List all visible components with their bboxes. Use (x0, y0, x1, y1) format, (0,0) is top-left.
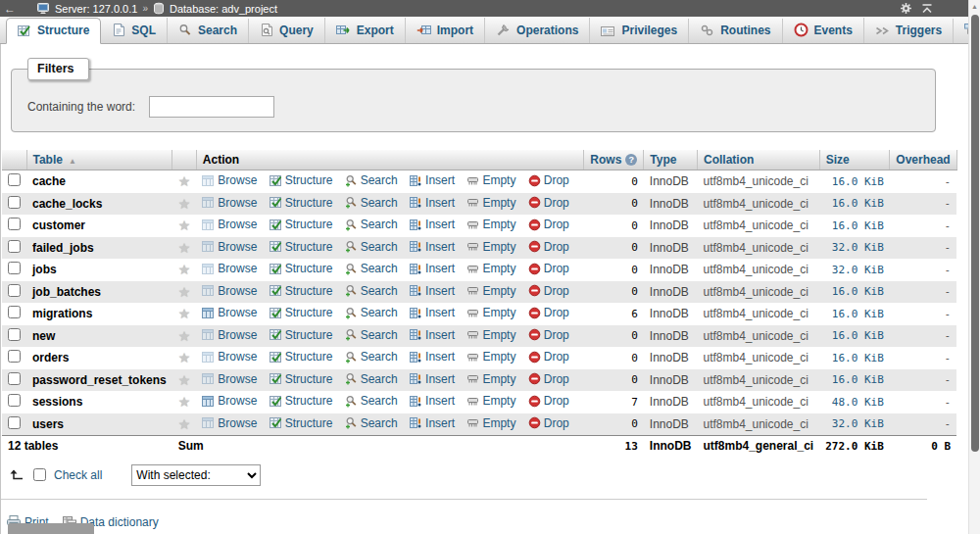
favorite-star-icon[interactable]: ★ (178, 284, 191, 300)
structure-link[interactable]: Structure (270, 372, 333, 386)
insert-link[interactable]: Insert (410, 173, 455, 187)
table-name-link[interactable]: customer (32, 218, 85, 232)
drop-link[interactable]: Drop (528, 240, 569, 254)
browse-link[interactable]: Browse (202, 240, 257, 254)
structure-link[interactable]: Structure (270, 240, 333, 254)
row-checkbox[interactable] (8, 173, 21, 186)
search-link[interactable]: Search (345, 328, 398, 342)
scrollbar-thumb[interactable] (971, 15, 979, 452)
breadcrumb-server[interactable]: Server: 127.0.0.1 (55, 3, 137, 15)
with-selected-dropdown[interactable]: With selected: (131, 464, 261, 486)
favorite-star-icon[interactable]: ★ (178, 372, 191, 388)
table-name-link[interactable]: failed_jobs (32, 241, 94, 255)
header-type[interactable]: Type (644, 150, 698, 170)
favorite-star-icon[interactable]: ★ (178, 394, 191, 410)
tab-export[interactable]: Export (325, 18, 406, 43)
row-checkbox[interactable] (8, 262, 21, 274)
tab-sql[interactable]: SQL (101, 18, 168, 43)
table-name-link[interactable]: jobs (32, 263, 57, 276)
table-name-link[interactable]: migrations (32, 307, 92, 320)
search-link[interactable]: Search (345, 372, 398, 386)
row-checkbox[interactable] (8, 372, 21, 385)
insert-link[interactable]: Insert (410, 372, 455, 386)
row-checkbox[interactable] (8, 306, 21, 318)
search-link[interactable]: Search (345, 394, 398, 408)
tab-privileges[interactable]: Privileges (590, 19, 689, 43)
empty-link[interactable]: Empty (466, 372, 515, 386)
insert-link[interactable]: Insert (410, 240, 455, 254)
favorite-star-icon[interactable]: ★ (178, 240, 191, 256)
browse-link[interactable]: Browse (202, 196, 257, 210)
header-collation[interactable]: Collation (697, 150, 819, 170)
tab-triggers[interactable]: Triggers (864, 19, 954, 43)
empty-link[interactable]: Empty (466, 416, 515, 430)
favorite-star-icon[interactable]: ★ (178, 350, 191, 365)
insert-link[interactable]: Insert (410, 350, 455, 364)
favorite-star-icon[interactable]: ★ (178, 262, 191, 277)
empty-link[interactable]: Empty (466, 262, 515, 275)
tab-query[interactable]: Query (249, 18, 325, 43)
favorite-star-icon[interactable]: ★ (178, 196, 191, 212)
structure-link[interactable]: Structure (270, 328, 333, 342)
browse-link[interactable]: Browse (202, 416, 257, 430)
tab-events[interactable]: Events (783, 18, 864, 43)
table-name-link[interactable]: cache_locks (32, 197, 102, 211)
search-link[interactable]: Search (345, 196, 398, 210)
browse-link[interactable]: Browse (202, 306, 257, 319)
search-link[interactable]: Search (345, 262, 398, 275)
tab-structure[interactable]: Structure (6, 18, 101, 44)
favorite-star-icon[interactable]: ★ (178, 306, 191, 321)
browse-link[interactable]: Browse (202, 372, 257, 386)
insert-link[interactable]: Insert (410, 196, 455, 210)
structure-link[interactable]: Structure (270, 416, 333, 430)
browse-link[interactable]: Browse (202, 350, 257, 364)
structure-link[interactable]: Structure (270, 173, 333, 187)
breadcrumb-database[interactable]: Database: adv_project (170, 3, 277, 15)
table-name-link[interactable]: sessions (32, 395, 82, 409)
structure-link[interactable]: Structure (270, 350, 333, 364)
table-name-link[interactable]: cache (32, 174, 66, 188)
scroll-to-top-icon[interactable] (921, 3, 933, 15)
tab-operations[interactable]: Operations (485, 18, 590, 43)
row-checkbox[interactable] (8, 416, 21, 429)
row-checkbox[interactable] (8, 284, 21, 297)
structure-link[interactable]: Structure (270, 394, 333, 408)
insert-link[interactable]: Insert (410, 284, 455, 298)
drop-link[interactable]: Drop (528, 173, 569, 187)
favorite-star-icon[interactable]: ★ (178, 328, 191, 344)
empty-link[interactable]: Empty (466, 240, 515, 254)
row-checkbox[interactable] (8, 328, 21, 341)
favorite-star-icon[interactable]: ★ (178, 218, 191, 233)
console-tab[interactable] (8, 523, 94, 534)
header-table[interactable]: Table▲ (26, 150, 172, 170)
drop-link[interactable]: Drop (528, 328, 569, 342)
table-name-link[interactable]: users (32, 417, 64, 431)
check-all-checkbox[interactable] (33, 468, 46, 481)
table-name-link[interactable]: job_batches (32, 285, 101, 299)
table-name-link[interactable]: orders (32, 351, 69, 364)
empty-link[interactable]: Empty (466, 196, 515, 210)
structure-link[interactable]: Structure (270, 284, 333, 298)
tab-routines[interactable]: Routines (689, 19, 782, 43)
page-scrollbar[interactable]: ▲ (968, 0, 980, 534)
drop-link[interactable]: Drop (528, 306, 569, 319)
empty-link[interactable]: Empty (466, 284, 515, 298)
empty-link[interactable]: Empty (466, 394, 515, 408)
search-link[interactable]: Search (345, 416, 398, 430)
browse-link[interactable]: Browse (202, 218, 257, 231)
search-link[interactable]: Search (345, 173, 398, 187)
row-checkbox[interactable] (8, 350, 21, 363)
tab-import[interactable]: Import (406, 18, 485, 43)
drop-link[interactable]: Drop (528, 196, 569, 210)
search-link[interactable]: Search (345, 284, 398, 298)
structure-link[interactable]: Structure (270, 306, 333, 319)
table-name-link[interactable]: new (32, 329, 55, 343)
structure-link[interactable]: Structure (270, 196, 333, 210)
rows-help-icon[interactable]: ? (625, 154, 637, 166)
table-name-link[interactable]: password_reset_tokens (32, 373, 167, 387)
favorite-star-icon[interactable]: ★ (178, 173, 191, 189)
row-checkbox[interactable] (8, 218, 21, 230)
drop-link[interactable]: Drop (528, 284, 569, 298)
filter-word-input[interactable] (149, 96, 274, 118)
browse-link[interactable]: Browse (202, 173, 257, 187)
